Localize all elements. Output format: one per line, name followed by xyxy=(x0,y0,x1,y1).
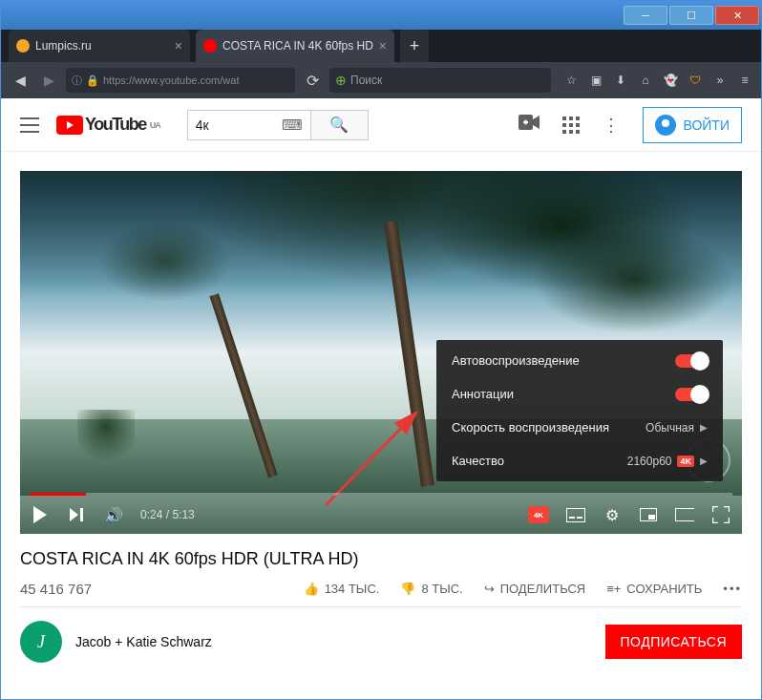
youtube-logo[interactable]: YouTube UA xyxy=(56,115,160,135)
youtube-header: YouTube UA 4к ⌨ 🔍 ⋮ ВОЙТИ xyxy=(1,98,761,152)
more-actions-button[interactable]: ••• xyxy=(723,582,742,596)
tab-title: COSTA RICA IN 4K 60fps HD xyxy=(222,39,373,53)
time-current: 0:24 xyxy=(140,508,162,521)
next-button[interactable] xyxy=(68,508,87,521)
player-settings-menu: Автовоспроизведение Аннотации Скорость в… xyxy=(436,340,723,481)
browser-tab-youtube[interactable]: COSTA RICA IN 4K 60fps HD × xyxy=(196,30,394,62)
navbar-extensions: ☆ ▣ ⬇ ⌂ 👻 🛡 » ≡ xyxy=(562,72,753,89)
extension-shield-icon[interactable]: 🛡 xyxy=(687,72,704,89)
video-title: COSTA RICA IN 4K 60fps HDR (ULTRA HD) xyxy=(20,549,742,569)
toggle-on-icon[interactable] xyxy=(675,388,708,401)
dislike-button[interactable]: 👎8 ТЫС. xyxy=(400,582,462,596)
avatar-icon xyxy=(655,115,676,136)
apps-grid-icon[interactable] xyxy=(562,117,580,134)
video-frame-fg xyxy=(77,410,135,467)
search-icon: 🔍 xyxy=(329,116,349,134)
browser-navbar: ◀ ▶ ⓘ 🔒 https://www.youtube.com/wat ⟳ ⊕ … xyxy=(1,62,761,98)
window-maximize-button[interactable]: ☐ xyxy=(669,6,713,25)
favicon-icon xyxy=(203,39,217,53)
refresh-button[interactable]: ⟳ xyxy=(301,72,324,90)
play-button[interactable] xyxy=(32,506,51,523)
menu-speed-item[interactable]: Скорость воспроизведения Обычная ▶ xyxy=(436,411,723,444)
time-display: 0:24 / 5:13 xyxy=(140,508,195,521)
svg-rect-2 xyxy=(524,120,526,125)
subtitles-button[interactable] xyxy=(566,508,585,522)
video-player[interactable]: Автовоспроизведение Аннотации Скорость в… xyxy=(20,171,742,534)
download-icon[interactable]: ⬇ xyxy=(612,72,629,89)
chevron-right-icon: ▶ xyxy=(700,456,708,466)
search-input[interactable]: 4к ⌨ xyxy=(187,110,311,140)
fullscreen-button[interactable] xyxy=(711,506,730,523)
share-label: ПОДЕЛИТЬСЯ xyxy=(500,582,585,596)
share-button[interactable]: ↪ПОДЕЛИТЬСЯ xyxy=(484,582,585,596)
player-controls: 🔊 0:24 / 5:13 4K ⚙ xyxy=(20,496,742,534)
browser-window: ─ ☐ ✕ Lumpics.ru × COSTA RICA IN 4K 60fp… xyxy=(0,0,762,700)
hamburger-menu-button[interactable] xyxy=(20,117,39,133)
window-titlebar: ─ ☐ ✕ xyxy=(1,1,761,30)
volume-button[interactable]: 🔊 xyxy=(104,506,123,524)
toggle-on-icon[interactable] xyxy=(675,354,708,368)
header-right: ⋮ ВОЙТИ xyxy=(519,107,742,143)
svg-rect-6 xyxy=(569,517,575,519)
tab-title: Lumpics.ru xyxy=(35,39,169,53)
url-text: https://www.youtube.com/wat xyxy=(103,74,239,86)
thumb-down-icon: 👎 xyxy=(400,582,415,596)
settings-gear-button[interactable]: ⚙ xyxy=(603,506,622,524)
overflow-icon[interactable]: » xyxy=(711,72,729,89)
svg-rect-5 xyxy=(566,508,585,522)
home-icon[interactable]: ⌂ xyxy=(637,72,654,89)
extension-icon[interactable]: 👻 xyxy=(662,72,679,89)
view-count: 45 416 767 xyxy=(20,581,92,597)
channel-avatar[interactable]: J xyxy=(20,621,62,663)
youtube-search: 4к ⌨ 🔍 xyxy=(187,110,369,140)
speed-value: Обычная xyxy=(646,421,694,435)
search-button[interactable]: 🔍 xyxy=(311,110,369,140)
signin-button[interactable]: ВОЙТИ xyxy=(643,107,742,143)
menu-quality-item[interactable]: Качество 2160p60 4K ▶ xyxy=(436,444,723,477)
window-close-button[interactable]: ✕ xyxy=(715,6,759,25)
menu-annotations-toggle[interactable]: Аннотации xyxy=(436,377,723,411)
reader-icon[interactable]: ▣ xyxy=(587,72,604,89)
menu-icon[interactable]: ≡ xyxy=(736,72,753,89)
subscribe-button[interactable]: ПОДПИСАТЬСЯ xyxy=(605,625,742,659)
miniplayer-button[interactable] xyxy=(639,508,658,521)
keyboard-icon[interactable]: ⌨ xyxy=(282,117,303,134)
autoplay-label: Автовоспроизведение xyxy=(452,353,580,368)
youtube-logo-text: YouTube xyxy=(85,115,146,135)
create-video-icon[interactable] xyxy=(519,115,540,135)
close-tab-icon[interactable]: × xyxy=(379,38,387,53)
video-player-container: Автовоспроизведение Аннотации Скорость в… xyxy=(1,152,761,534)
like-button[interactable]: 👍134 ТЫС. xyxy=(304,582,380,596)
extension-badge-icon[interactable]: 4K xyxy=(528,506,549,523)
address-bar[interactable]: ⓘ 🔒 https://www.youtube.com/wat xyxy=(66,68,295,93)
dislike-count: 8 ТЫС. xyxy=(421,582,462,596)
speed-label: Скорость воспроизведения xyxy=(452,420,609,435)
video-stats-row: 45 416 767 👍134 ТЫС. 👎8 ТЫС. ↪ПОДЕЛИТЬСЯ… xyxy=(20,575,742,606)
new-tab-button[interactable]: + xyxy=(400,30,429,62)
menu-autoplay-toggle[interactable]: Автовоспроизведение xyxy=(436,344,723,377)
share-icon: ↪ xyxy=(484,582,495,596)
svg-rect-10 xyxy=(675,508,694,521)
annotations-label: Аннотации xyxy=(452,387,514,401)
theater-mode-button[interactable] xyxy=(675,508,694,521)
time-total: 5:13 xyxy=(172,508,194,521)
close-tab-icon[interactable]: × xyxy=(175,38,182,53)
search-placeholder: Поиск xyxy=(350,74,382,87)
chevron-right-icon: ▶ xyxy=(700,422,708,433)
bookmark-icon[interactable]: ☆ xyxy=(562,72,580,89)
save-button[interactable]: ≡+СОХРАНИТЬ xyxy=(606,582,702,596)
browser-search-box[interactable]: ⊕ Поиск xyxy=(329,68,551,93)
playlist-add-icon: ≡+ xyxy=(606,582,621,596)
thumb-up-icon: 👍 xyxy=(304,582,319,596)
search-value: 4к xyxy=(196,117,209,133)
channel-name[interactable]: Jacob + Katie Schwarz xyxy=(75,634,212,649)
nav-forward-button[interactable]: ▶ xyxy=(37,69,60,92)
save-label: СОХРАНИТЬ xyxy=(626,582,702,596)
window-minimize-button[interactable]: ─ xyxy=(624,6,667,25)
nav-back-button[interactable]: ◀ xyxy=(9,69,32,92)
browser-tab-bar: Lumpics.ru × COSTA RICA IN 4K 60fps HD ×… xyxy=(1,30,761,62)
more-icon[interactable]: ⋮ xyxy=(603,115,620,136)
browser-tab-lumpics[interactable]: Lumpics.ru × xyxy=(9,30,190,62)
channel-row: J Jacob + Katie Schwarz ПОДПИСАТЬСЯ xyxy=(1,607,761,676)
favicon-icon xyxy=(16,39,30,53)
